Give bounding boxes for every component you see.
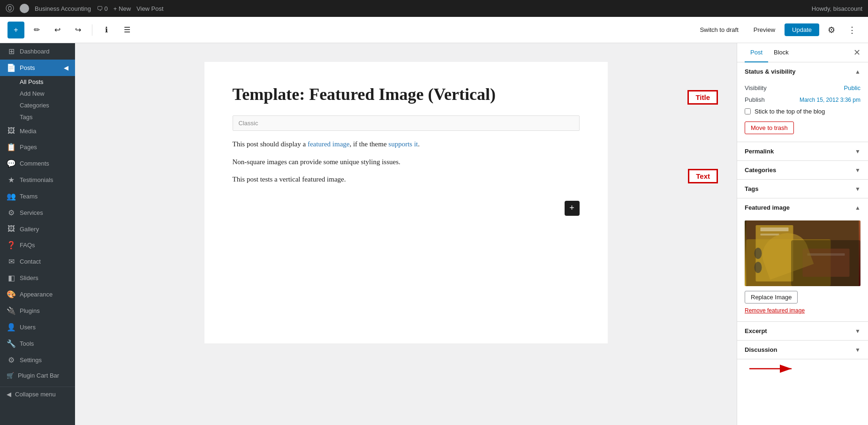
categories-header[interactable]: Categories ▼ — [737, 161, 868, 179]
svg-point-10 — [755, 262, 762, 273]
sidebar-item-tools[interactable]: 🔧 Tools — [0, 335, 75, 352]
add-block-toolbar-button[interactable]: + — [8, 22, 24, 38]
editor-content-area[interactable]: Template: Featured Image (Vertical) Clas… — [204, 62, 608, 343]
sidebar-item-settings[interactable]: ⚙ Settings — [0, 352, 75, 368]
sidebar-item-appearance[interactable]: 🎨 Appearance — [0, 286, 75, 303]
wp-logo-circle — [20, 4, 29, 13]
new-content-btn[interactable]: + New — [113, 5, 131, 12]
featured-image-thumbnail[interactable] — [745, 220, 860, 286]
sidebar-item-label: Gallery — [20, 226, 39, 233]
replace-image-button[interactable]: Replace Image — [745, 291, 798, 304]
submenu-all-posts[interactable]: All Posts — [13, 76, 75, 88]
undo-button[interactable]: ↩ — [49, 22, 66, 38]
categories-label: Categories — [745, 167, 776, 174]
featured-image-link[interactable]: featured image — [308, 140, 350, 148]
arrow-annotation-area — [737, 359, 868, 383]
redo-button[interactable]: ↪ — [69, 22, 86, 38]
submenu-categories[interactable]: Categories — [13, 99, 75, 111]
permalink-header[interactable]: Permalink ▼ — [737, 142, 868, 160]
tags-header[interactable]: Tags ▼ — [737, 180, 868, 198]
publish-value[interactable]: March 15, 2012 3:36 pm — [800, 97, 860, 103]
visibility-value[interactable]: Public — [844, 84, 860, 91]
featured-image-header[interactable]: Featured image ▲ — [737, 198, 868, 217]
sidebar-item-label: Appearance — [20, 291, 53, 298]
section-status-label: Status & visibility — [745, 68, 795, 75]
sidebar-item-comments[interactable]: 💬 Comments — [0, 155, 75, 172]
submenu-tags[interactable]: Tags — [13, 111, 75, 123]
add-block-inline-button[interactable]: + — [565, 201, 580, 216]
panel-close-icon[interactable]: ✕ — [853, 47, 860, 58]
sidebar-item-pages[interactable]: 📋 Pages — [0, 139, 75, 155]
switch-to-draft-button[interactable]: Switch to draft — [694, 23, 744, 36]
post-title[interactable]: Template: Featured Image (Vertical) — [233, 84, 580, 104]
section-discussion: Discussion ▼ — [737, 341, 868, 359]
sidebar-item-faqs[interactable]: ❓ FAQs — [0, 237, 75, 253]
preview-button[interactable]: Preview — [748, 23, 781, 36]
publish-row: Publish March 15, 2012 3:36 pm — [745, 96, 860, 103]
remove-image-arrow — [745, 359, 860, 378]
plugins-icon: 🔌 — [7, 306, 16, 315]
supports-it-link[interactable]: supports it — [388, 140, 418, 148]
sidebar-item-label: FAQs — [20, 242, 35, 249]
section-permalink: Permalink ▼ — [737, 142, 868, 161]
section-tags: Tags ▼ — [737, 180, 868, 198]
sidebar-item-label: Contact — [20, 258, 41, 265]
plugin-cart-bar-item[interactable]: 🛒 Plugin Cart Bar — [0, 368, 75, 383]
submenu-add-new[interactable]: Add New — [13, 88, 75, 99]
section-status-visibility: Status & visibility ▲ Visibility Public … — [737, 62, 868, 142]
move-to-trash-button[interactable]: Move to trash — [745, 121, 794, 134]
svg-rect-11 — [803, 249, 850, 277]
remove-featured-image-link[interactable]: Remove featured image — [745, 307, 860, 314]
sidebar-item-services[interactable]: ⚙ Services — [0, 205, 75, 221]
tools-button[interactable]: ✏ — [28, 22, 45, 38]
tab-block[interactable]: Block — [768, 43, 794, 62]
sidebar-item-contact[interactable]: ✉ Contact — [0, 253, 75, 270]
info-button[interactable]: ℹ — [98, 22, 115, 38]
sidebar-item-label: Users — [20, 324, 36, 331]
sidebar-item-label: Plugins — [20, 307, 40, 314]
sidebar-item-users[interactable]: 👤 Users — [0, 319, 75, 335]
sidebar-item-label: Tools — [20, 340, 34, 347]
sidebar-item-testimonials[interactable]: ★ Testimonials — [0, 172, 75, 188]
sidebar-item-teams[interactable]: 👥 Teams — [0, 188, 75, 205]
featured-image-chevron: ▲ — [855, 205, 860, 211]
main-editor-scroll: Template: Featured Image (Vertical) Clas… — [75, 43, 737, 362]
section-excerpt: Excerpt ▼ — [737, 322, 868, 341]
section-status-header[interactable]: Status & visibility ▲ — [737, 62, 868, 81]
posts-icon: 📄 — [7, 63, 16, 72]
more-options-icon[interactable]: ⋮ — [844, 22, 860, 38]
comments-icon: 💬 — [7, 159, 16, 168]
visibility-label: Visibility — [745, 84, 767, 91]
sidebar-item-gallery[interactable]: 🖼 Gallery — [0, 221, 75, 237]
right-settings-panel: Post Block ✕ Status & visibility ▲ Visib… — [737, 43, 868, 425]
collapse-menu-button[interactable]: ◀ Collapse menu — [0, 387, 75, 402]
sliders-icon: ◧ — [7, 273, 16, 282]
publish-label: Publish — [745, 96, 765, 103]
howdy-user[interactable]: Howdy, bisaccount — [812, 5, 862, 12]
list-view-button[interactable]: ☰ — [119, 22, 136, 38]
plugin-cart-label: Plugin Cart Bar — [18, 372, 59, 379]
comment-bubble-icon[interactable]: 🗨 0 — [97, 5, 108, 12]
discussion-header[interactable]: Discussion ▼ — [737, 341, 868, 359]
excerpt-header[interactable]: Excerpt ▼ — [737, 322, 868, 340]
tab-post[interactable]: Post — [745, 43, 768, 62]
classic-block[interactable]: Classic — [233, 115, 580, 131]
sidebar-item-media[interactable]: 🖼 Media — [0, 123, 75, 139]
stick-top-checkbox[interactable] — [745, 108, 751, 114]
update-button[interactable]: Update — [785, 23, 819, 36]
site-name[interactable]: Business Accounting — [35, 5, 91, 12]
plugin-cart-icon: 🛒 — [7, 372, 14, 379]
sidebar-item-plugins[interactable]: 🔌 Plugins — [0, 303, 75, 319]
editor-area: Title Text Template: Featured Image (Ver… — [75, 43, 737, 425]
sidebar-item-dashboard[interactable]: ⊞ Dashboard — [0, 43, 75, 60]
excerpt-label: Excerpt — [745, 327, 767, 334]
post-paragraph-2: Non-square images can provide some uniqu… — [233, 156, 580, 168]
testimonials-icon: ★ — [7, 175, 16, 184]
section-status-content: Visibility Public Publish March 15, 2012… — [737, 81, 868, 142]
permalink-chevron: ▼ — [855, 148, 860, 155]
appearance-icon: 🎨 — [7, 290, 16, 299]
settings-gear-icon[interactable]: ⚙ — [823, 22, 840, 38]
view-post-link[interactable]: View Post — [136, 5, 164, 12]
sidebar-item-sliders[interactable]: ◧ Sliders — [0, 270, 75, 286]
sidebar-item-posts[interactable]: 📄 Posts ◀ — [0, 60, 75, 76]
